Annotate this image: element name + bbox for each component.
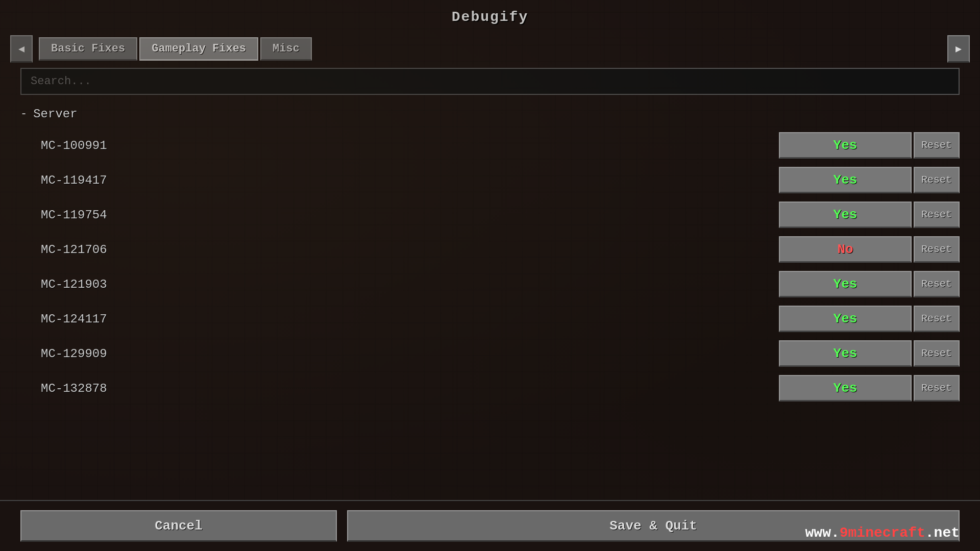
watermark: www.9minecraft.net: [805, 525, 960, 541]
setting-label: MC-119754: [41, 208, 779, 222]
setting-label: MC-100991: [41, 139, 779, 153]
table-row: MC-132878 Yes Reset: [20, 372, 960, 405]
tabs-arrow-right[interactable]: ▶: [947, 35, 970, 63]
toggle-button[interactable]: Yes: [779, 375, 912, 402]
setting-controls: Yes Reset: [779, 375, 960, 402]
bottom-bar: Cancel Save & Quit www.9minecraft.net: [0, 500, 980, 551]
reset-button[interactable]: Reset: [914, 132, 960, 159]
watermark-site: 9minecraft: [840, 525, 925, 541]
tabs-arrow-left[interactable]: ◀: [10, 35, 33, 63]
setting-label: MC-119417: [41, 173, 779, 187]
table-row: MC-121706 No Reset: [20, 233, 960, 266]
watermark-www: www.: [805, 525, 840, 541]
setting-controls: Yes Reset: [779, 306, 960, 332]
setting-label: MC-121903: [41, 278, 779, 291]
reset-button[interactable]: Reset: [914, 271, 960, 297]
reset-button[interactable]: Reset: [914, 236, 960, 263]
toggle-button[interactable]: Yes: [779, 202, 912, 228]
table-row: MC-100991 Yes Reset: [20, 129, 960, 162]
toggle-button[interactable]: Yes: [779, 167, 912, 193]
reset-button[interactable]: Reset: [914, 340, 960, 367]
toggle-button[interactable]: Yes: [779, 340, 912, 367]
setting-controls: Yes Reset: [779, 167, 960, 193]
table-row: MC-129909 Yes Reset: [20, 337, 960, 370]
setting-controls: Yes Reset: [779, 271, 960, 297]
reset-button[interactable]: Reset: [914, 202, 960, 228]
setting-controls: Yes Reset: [779, 340, 960, 367]
table-row: MC-119417 Yes Reset: [20, 164, 960, 196]
tab-gameplay-fixes[interactable]: Gameplay Fixes: [139, 37, 258, 61]
toggle-button[interactable]: No: [779, 236, 912, 263]
setting-label: MC-124117: [41, 312, 779, 326]
reset-button[interactable]: Reset: [914, 375, 960, 402]
toggle-button[interactable]: Yes: [779, 306, 912, 332]
table-row: MC-119754 Yes Reset: [20, 198, 960, 231]
section-toggle[interactable]: -: [20, 108, 27, 120]
toggle-button[interactable]: Yes: [779, 271, 912, 297]
tabs-bar: ◀ Basic Fixes Gameplay Fixes Misc ▶: [0, 30, 980, 68]
search-input[interactable]: [20, 68, 960, 95]
tabs-list: Basic Fixes Gameplay Fixes Misc: [35, 37, 945, 61]
table-row: MC-124117 Yes Reset: [20, 303, 960, 335]
page-title: Debugify: [0, 0, 980, 30]
setting-controls: Yes Reset: [779, 132, 960, 159]
tab-basic-fixes[interactable]: Basic Fixes: [39, 37, 137, 61]
tab-misc[interactable]: Misc: [260, 37, 312, 61]
setting-label: MC-129909: [41, 347, 779, 361]
setting-controls: No Reset: [779, 236, 960, 263]
setting-label: MC-121706: [41, 243, 779, 257]
reset-button[interactable]: Reset: [914, 167, 960, 193]
settings-list: - Server MC-100991 Yes Reset MC-119417 Y…: [20, 105, 960, 517]
content-area: - Server MC-100991 Yes Reset MC-119417 Y…: [20, 68, 960, 517]
setting-controls: Yes Reset: [779, 202, 960, 228]
setting-label: MC-132878: [41, 382, 779, 395]
cancel-button[interactable]: Cancel: [20, 510, 337, 542]
section-header: - Server: [20, 105, 960, 123]
table-row: MC-121903 Yes Reset: [20, 268, 960, 300]
watermark-ext: .net: [925, 525, 960, 541]
section-title: Server: [33, 107, 77, 121]
reset-button[interactable]: Reset: [914, 306, 960, 332]
toggle-button[interactable]: Yes: [779, 132, 912, 159]
